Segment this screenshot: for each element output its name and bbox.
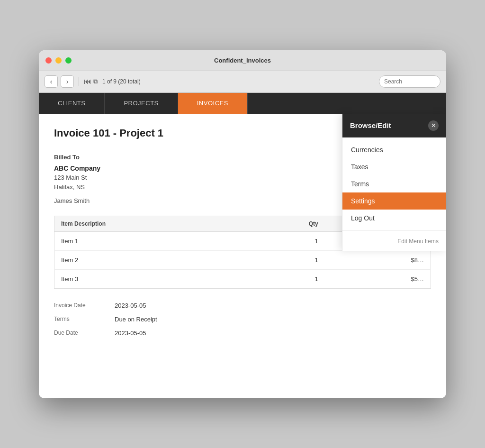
search-input[interactable] (379, 75, 440, 88)
item-description: Item 1 (54, 232, 249, 251)
menu-item-settings[interactable]: Settings (342, 192, 446, 210)
terms-value: Due on Receipt (115, 316, 431, 323)
panel-footer: Edit Menu Items (342, 230, 446, 251)
item-qty: 1 (249, 251, 325, 270)
menu-item-taxes[interactable]: Taxes (342, 158, 446, 175)
col-qty: Qty (249, 216, 325, 232)
col-description: Item Description (54, 216, 249, 232)
tab-bar: CLIENTS PROJECTS INVOICES (39, 93, 446, 114)
chevron-right-icon: › (66, 78, 69, 85)
due-date-value: 2023-05-05 (115, 329, 431, 337)
minimize-button[interactable] (55, 57, 62, 64)
menu-item-terms[interactable]: Terms (342, 175, 446, 192)
close-icon: ✕ (431, 122, 436, 129)
item-qty: 1 (249, 270, 325, 289)
toolbar-separator (79, 77, 79, 86)
tab-clients[interactable]: CLIENTS (39, 93, 105, 114)
panel-title: Browse/Edit (350, 121, 391, 129)
item-description: Item 2 (54, 251, 249, 270)
terms-label: Terms (54, 316, 111, 323)
record-info: 1 of 9 (20 total) (102, 78, 141, 85)
menu-item-currencies[interactable]: Currencies (342, 141, 446, 158)
invoice-details: Invoice Date 2023-05-05 Terms Due on Rec… (54, 302, 431, 337)
tab-projects[interactable]: PROJECTS (105, 93, 178, 114)
content-wrapper: Invoice 101 - Project 1 + Billed To ABC … (39, 114, 446, 398)
due-date-label: Due Date (54, 329, 111, 337)
title-bar: Confident_Invoices (39, 50, 446, 71)
table-row[interactable]: Item 2 1 $8… (54, 251, 431, 270)
invoice-date-label: Invoice Date (54, 302, 111, 309)
panel-menu: Currencies Taxes Terms Settings Log Out (342, 137, 446, 230)
item-description: Item 3 (54, 270, 249, 289)
chevron-left-icon: ‹ (50, 78, 53, 85)
prev-button[interactable]: ‹ (45, 75, 58, 88)
item-price: $5… (325, 270, 431, 289)
panel-header: Browse/Edit ✕ (342, 114, 446, 137)
maximize-button[interactable] (65, 57, 72, 64)
edit-menu-items-link[interactable]: Edit Menu Items (397, 238, 439, 245)
copy-icon: ⧉ (93, 78, 98, 85)
invoice-date-value: 2023-05-05 (115, 302, 431, 309)
panel-close-button[interactable]: ✕ (428, 120, 439, 131)
close-button[interactable] (45, 57, 52, 64)
invoice-title: Invoice 101 - Project 1 (54, 127, 163, 139)
browse-edit-panel: Browse/Edit ✕ Currencies Taxes Terms Set… (342, 114, 446, 251)
window-title: Confident_Invoices (214, 57, 271, 64)
window-controls (45, 57, 72, 64)
nav-icons: ⏮ ⧉ (84, 77, 98, 86)
menu-item-logout[interactable]: Log Out (342, 210, 446, 227)
item-qty: 1 (249, 232, 325, 251)
skip-start-icon: ⏮ (84, 77, 91, 86)
app-window: Confident_Invoices ‹ › ⏮ ⧉ 1 of 9 (20 to… (39, 50, 446, 398)
next-button[interactable]: › (61, 75, 74, 88)
toolbar: ‹ › ⏮ ⧉ 1 of 9 (20 total) (39, 71, 446, 93)
tab-invoices[interactable]: INVOICES (178, 93, 248, 114)
table-row[interactable]: Item 3 1 $5… (54, 270, 431, 289)
item-price: $8… (325, 251, 431, 270)
